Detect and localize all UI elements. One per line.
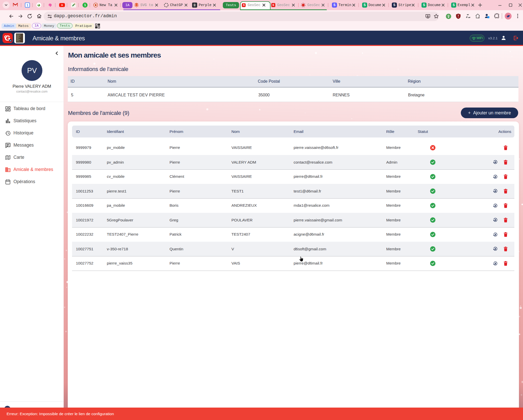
svg-text:1: 1 (478, 16, 479, 19)
